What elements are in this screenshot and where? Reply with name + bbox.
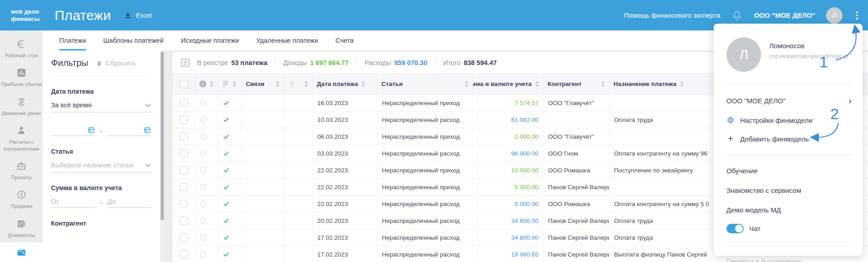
date-from-input[interactable] [51, 126, 95, 136]
user-avatar[interactable]: Л [826, 7, 843, 24]
excel-export-button[interactable]: Excel [123, 10, 152, 20]
column-links[interactable]: Связи [242, 74, 284, 94]
payment-counterparty: Панов Сергей Валерь [543, 246, 609, 262]
column-category[interactable]: Статья [377, 74, 473, 94]
scrollbar-thumb[interactable] [161, 52, 164, 220]
tab-accounts[interactable]: Счета [335, 30, 354, 50]
amount-from-input[interactable]: От [51, 198, 95, 208]
links-cell [242, 162, 284, 178]
column-fork[interactable] [284, 74, 313, 94]
menu-avatar: Л [726, 37, 761, 72]
column-flag[interactable] [218, 74, 242, 94]
tab-payment-templates[interactable]: Шаблоны платежей [103, 30, 163, 50]
registry-icon [180, 57, 191, 68]
row-checkbox[interactable] [180, 233, 188, 242]
menu-service-intro[interactable]: Знакомство с сервисом [726, 186, 852, 194]
payment-category: Нераспределенный расход [377, 212, 473, 229]
select-all-checkbox[interactable] [180, 80, 188, 88]
payment-category: Нераспределенный расход [377, 196, 473, 212]
filters-scrollbar[interactable] [160, 50, 164, 262]
row-checkbox[interactable] [180, 183, 188, 191]
menu-user-email: md:ekaterinaksylina@mail.ru [769, 53, 848, 60]
sort-icon[interactable] [361, 81, 365, 87]
links-cell [242, 95, 284, 111]
chat-toggle[interactable] [726, 224, 744, 233]
filter-amount-label: Сумма в валюте учета [51, 184, 151, 191]
status-circle-icon [200, 100, 206, 106]
payment-counterparty: Панов Сергей Валерь [543, 229, 609, 246]
fork-cell [284, 212, 313, 229]
row-checkbox[interactable] [180, 200, 188, 208]
date-to-input[interactable] [107, 126, 151, 136]
payment-category: Нераспределенный расход [377, 246, 473, 262]
registry-count: В реестре53 платежа [197, 59, 268, 66]
filters-panel: Фильтры Сбросить Дата платежа За всё вре… [43, 50, 160, 262]
row-checkbox[interactable] [180, 149, 188, 157]
tab-source-payments[interactable]: Исходные платежи [181, 30, 239, 50]
payment-date: 22.02.2023 [313, 162, 377, 178]
category-select[interactable]: Выберите название статьи [51, 161, 151, 172]
calendar-icon [87, 126, 95, 134]
amount-to-input[interactable]: До [107, 198, 151, 208]
row-checkbox[interactable] [180, 250, 188, 258]
briefcase-icon [15, 160, 27, 172]
status-circle-icon [200, 201, 206, 207]
sort-icon[interactable] [601, 81, 605, 87]
confirmed-check-icon [223, 99, 230, 106]
sidebar-item-projects[interactable]: Проекты [0, 156, 43, 185]
sidebar-item-desktop[interactable]: Рабочий стол [0, 34, 43, 63]
date-preset-select[interactable]: За всё время [51, 101, 151, 112]
payment-counterparty: Панов Сергей Валерь [543, 179, 609, 195]
sidebar-item-money-flow[interactable]: Движение денег [0, 92, 43, 121]
sort-icon[interactable] [305, 81, 308, 87]
chevron-down-icon [145, 103, 151, 107]
sort-icon[interactable] [680, 81, 684, 87]
column-counterparty[interactable]: Контрагент [543, 74, 609, 94]
sidebar-item-sales[interactable]: $ Продажи [0, 185, 43, 213]
kebab-menu-icon[interactable] [853, 10, 861, 21]
links-cell [242, 229, 284, 246]
row-checkbox[interactable] [180, 132, 188, 141]
sort-icon[interactable] [535, 81, 539, 87]
expert-help-link[interactable]: Помощь финансового эксперта [624, 12, 721, 19]
confirmed-check-icon [223, 234, 230, 241]
menu-training[interactable]: Обучение [726, 167, 852, 175]
sidebar-item-profit-loss[interactable]: Прибыли убытки [0, 63, 43, 91]
filters-title: Фильтры [51, 58, 88, 68]
confirmed-check-icon [223, 166, 230, 174]
payment-counterparty [543, 111, 609, 128]
links-cell [242, 145, 284, 161]
company-name[interactable]: ООО "МОЕ ДЕЛО" [754, 11, 815, 19]
payment-category: Нераспределенный расход [377, 145, 473, 161]
sort-icon[interactable] [465, 81, 468, 87]
confirmed-check-icon [223, 150, 230, 157]
menu-company-item[interactable]: ООО "МОЕ ДЕЛО" › [726, 96, 852, 105]
row-checkbox[interactable] [180, 166, 188, 174]
filter-date-label: Дата платежа [51, 88, 151, 95]
sort-icon[interactable] [233, 81, 236, 87]
links-cell [242, 128, 284, 145]
filter-counterparty-label: Контрагент [51, 220, 151, 227]
reset-filters-button[interactable]: Сбросить [96, 59, 136, 67]
notifications-bell-icon[interactable] [731, 10, 743, 21]
sidebar-item-payments[interactable]: Платежи [0, 242, 43, 262]
column-alert[interactable]: ! [195, 74, 218, 94]
menu-demo-model[interactable]: Демо модель МД [726, 206, 852, 214]
sidebar-item-counterparties[interactable]: Расчеты с контрагентами [0, 121, 43, 156]
row-checkbox[interactable] [180, 116, 188, 124]
sidebar-item-documents[interactable]: Документы [0, 214, 43, 242]
menu-finmodel-settings[interactable]: Настройки финмодели [726, 116, 852, 124]
row-checkbox[interactable] [180, 99, 188, 107]
row-checkbox[interactable] [180, 217, 188, 225]
sort-icon[interactable] [210, 81, 213, 87]
payment-date: 06.03.2023 [313, 128, 377, 145]
menu-go-to-accounting[interactable]: Перейти в бухгалтерию [726, 257, 852, 262]
column-date[interactable]: Дата платежа [313, 74, 377, 94]
menu-add-finmodel[interactable]: + Добавить финмодель [726, 135, 852, 143]
status-circle-icon [200, 133, 206, 140]
tab-payments[interactable]: Платежи [59, 30, 86, 50]
column-amount[interactable]: Сумма в валюте учета [473, 74, 543, 94]
tab-deleted-payments[interactable]: Удаленные платежи [256, 30, 318, 50]
page-title: Платежи [55, 8, 111, 23]
sort-icon[interactable] [276, 81, 279, 87]
